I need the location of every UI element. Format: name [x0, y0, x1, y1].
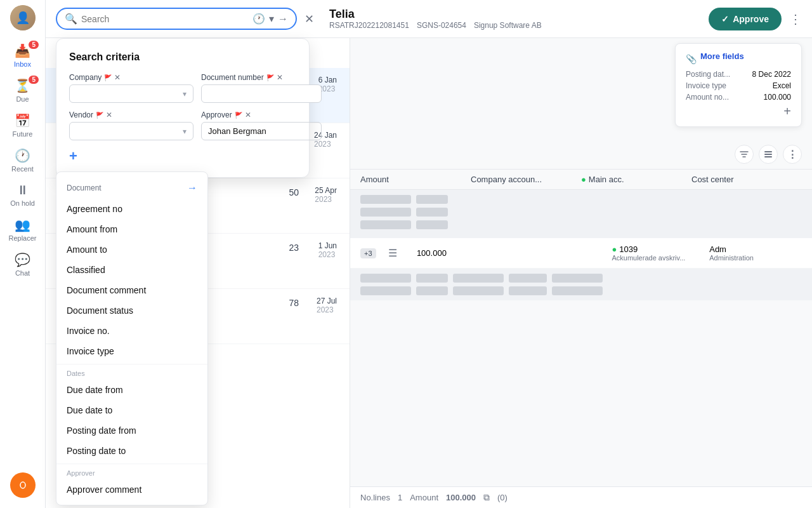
sidebar: 👤 5 📥 Inbox 5 ⏳ Due 📅 Future 🕐 Recent ⏸ … — [0, 0, 46, 508]
dropdown-item-approver-comment[interactable]: Approver comment — [56, 479, 207, 500]
avatar[interactable]: 👤 — [10, 5, 36, 30]
doc-sgns: SGNS-024654 — [417, 21, 466, 30]
sidebar-item-future[interactable]: 📅 Future — [0, 108, 45, 143]
search-next-button[interactable]: → — [278, 13, 288, 25]
inbox-item-date: 1 Jun2023 — [318, 241, 337, 259]
vendor-field: Vendor 🚩 ✕ ▾ — [69, 110, 193, 140]
dropdown-arrow-icon[interactable]: → — [187, 182, 197, 194]
list-view-button[interactable] — [759, 145, 778, 164]
dropdown-menu: Document → Agreement no Amount from Amou… — [56, 171, 208, 505]
close-search-button[interactable]: ✕ — [304, 12, 314, 26]
inbox-item-date: 25 Apr2023 — [315, 186, 337, 204]
document-info: Telia RSATRJ202212081451 SGNS-024654 Sig… — [329, 8, 542, 30]
approver-remove-button[interactable]: ✕ — [245, 110, 251, 119]
company-input[interactable] — [76, 89, 183, 98]
sidebar-item-label: Recent — [11, 165, 34, 173]
due-badge: 5 — [29, 76, 39, 84]
no-lines-label: No.lines — [360, 493, 390, 502]
dropdown-item-classified[interactable]: Classified — [56, 260, 207, 280]
filter-button[interactable] — [735, 145, 754, 164]
row-menu: ☰ — [388, 247, 411, 259]
vendor-input[interactable] — [76, 126, 183, 136]
right-panel: 📎 More fields Posting dat... 8 Dec 2022 … — [350, 38, 812, 508]
col-company-account: Company accoun... — [471, 175, 581, 184]
chevron-down-icon[interactable]: ▾ — [183, 127, 187, 136]
dropdown-item-posting-date-to[interactable]: Posting date to — [56, 441, 207, 461]
sidebar-item-replacer[interactable]: 👥 Replacer — [0, 212, 45, 247]
sidebar-logo[interactable] — [10, 472, 36, 498]
sidebar-item-inbox[interactable]: 5 📥 Inbox — [0, 38, 45, 73]
document-number-input[interactable] — [208, 89, 315, 98]
attachment-icon: 📎 — [686, 54, 697, 64]
search-history-button[interactable]: 🕐 — [252, 13, 265, 25]
sidebar-item-on-hold[interactable]: ⏸ On hold — [0, 178, 45, 212]
sidebar-item-recent[interactable]: 🕐 Recent — [0, 143, 45, 178]
table-placeholder-rows-2 — [350, 269, 812, 300]
doc-id: RSATRJ202212081451 — [329, 21, 409, 30]
approver-flag-icon: 🚩 — [235, 112, 242, 119]
dropdown-item-document-comment[interactable]: Document comment — [56, 280, 207, 300]
dropdown-section-approver: Approver — [56, 467, 207, 479]
dropdown-item-invoice-no[interactable]: Invoice no. — [56, 321, 207, 341]
document-title: Telia — [329, 8, 542, 21]
row-tags: +3 — [360, 248, 383, 258]
row-amount: 100.000 — [417, 248, 509, 258]
more-fields-row: Invoice type Excel — [686, 81, 791, 90]
company-label: Company 🚩 ✕ — [69, 73, 193, 82]
dropdown-item-amount-to[interactable]: Amount to — [56, 239, 207, 260]
dropdown-item-posting-date-from[interactable]: Posting date from — [56, 420, 207, 441]
document-number-label: Document number 🚩 ✕ — [201, 73, 322, 82]
approve-button[interactable]: ✓ Approve — [709, 8, 782, 30]
search-dropdown-button[interactable]: ▾ — [269, 13, 274, 25]
sidebar-item-due[interactable]: 5 ⏳ Due — [0, 73, 45, 108]
dropdown-item-invoice-type[interactable]: Invoice type — [56, 341, 207, 361]
vendor-label: Vendor 🚩 ✕ — [69, 110, 193, 119]
more-options-button[interactable]: ⋮ — [789, 11, 802, 27]
company-flag-icon: 🚩 — [104, 74, 112, 81]
dropdown-item-due-date-from[interactable]: Due date from — [56, 380, 207, 400]
more-table-options[interactable]: ⋮ — [783, 145, 802, 164]
sidebar-item-chat[interactable]: 💬 Chat — [0, 247, 45, 282]
doc-number-remove-button[interactable]: ✕ — [277, 73, 283, 82]
chevron-down-icon[interactable]: ▾ — [183, 90, 187, 98]
dropdown-section-dates: Dates — [56, 367, 207, 380]
sidebar-item-label: Inbox — [14, 60, 31, 68]
copy-button[interactable]: ⧉ — [483, 492, 490, 503]
amount-value: 100.000 — [446, 493, 476, 502]
col-cost-center: Cost center — [691, 175, 802, 184]
vendor-input-wrapper[interactable]: ▾ — [69, 122, 193, 140]
row-menu-icon[interactable]: ☰ — [388, 247, 397, 259]
avatar-image: 👤 — [10, 5, 36, 30]
col-indicator: ● — [581, 175, 586, 184]
row-main-acc: ● 1039 Ackumulerade avskriv... — [612, 244, 704, 262]
svg-rect-3 — [764, 156, 772, 157]
dropdown-item-due-date-to[interactable]: Due date to — [56, 400, 207, 420]
tag-chip[interactable]: +3 — [360, 248, 376, 258]
search-criteria-panel: Search criteria Company 🚩 ✕ ▾ Document n… — [56, 38, 310, 178]
inbox-item-date: 27 Jul2023 — [317, 297, 337, 314]
table-column-headers: Amount Company accoun... ●Main acc. Cost… — [350, 170, 812, 190]
document-number-input-wrapper[interactable] — [201, 84, 322, 103]
approver-label: Approver 🚩 ✕ — [201, 110, 322, 119]
doc-company: Signup Software AB — [474, 21, 542, 30]
add-field-area: + — [686, 104, 791, 119]
green-dot: ● — [612, 244, 617, 254]
inbox-icon: 📥 — [15, 43, 30, 58]
company-input-wrapper[interactable]: ▾ — [69, 84, 193, 103]
dropdown-item-document-status[interactable]: Document status — [56, 300, 207, 321]
more-fields-row: Posting dat... 8 Dec 2022 — [686, 70, 791, 79]
main-acc-sub: Ackumulerade avskriv... — [612, 254, 704, 262]
add-field-button[interactable]: + — [783, 104, 791, 119]
search-criteria-fields: Company 🚩 ✕ ▾ Document number 🚩 ✕ Vendor — [69, 73, 296, 140]
bottom-bar: No.lines 1 Amount 100.000 ⧉ (0) — [350, 486, 812, 508]
add-criteria-button[interactable]: + — [69, 148, 77, 164]
dropdown-item-agreement-no[interactable]: Agreement no — [56, 199, 207, 219]
search-input[interactable] — [81, 14, 249, 24]
search-bar[interactable]: 🔍 🕐 ▾ → — [56, 8, 297, 30]
recent-icon: 🕐 — [15, 148, 30, 163]
svg-rect-1 — [764, 151, 772, 152]
dropdown-item-amount-from[interactable]: Amount from — [56, 219, 207, 239]
vendor-remove-button[interactable]: ✕ — [106, 110, 112, 119]
company-remove-button[interactable]: ✕ — [114, 73, 121, 82]
inbox-badge: 5 — [29, 41, 39, 49]
